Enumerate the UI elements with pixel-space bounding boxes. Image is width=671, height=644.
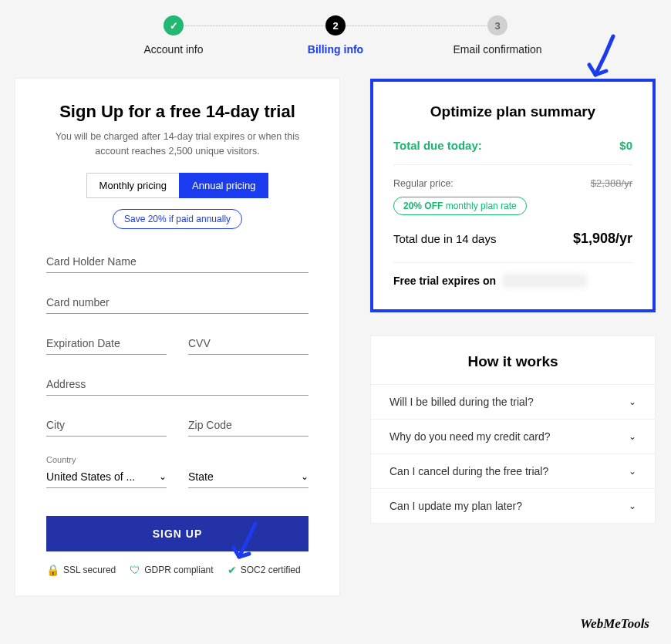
chevron-down-icon: ⌄ — [301, 471, 309, 482]
regular-price-value: $2,388/yr — [591, 177, 632, 189]
chevron-down-icon: ⌄ — [159, 471, 167, 482]
annual-pricing-button[interactable]: Annual pricing — [179, 173, 268, 198]
discount-pill: 20% OFF monthly plan rate — [393, 197, 527, 215]
ssl-label: SSL secured — [63, 565, 116, 575]
expiry-row: Free trial expires on — [393, 274, 632, 288]
chevron-down-icon: ⌄ — [629, 396, 636, 407]
expiry-date-redacted — [502, 274, 587, 288]
country-label: Country — [46, 455, 167, 464]
trust-row: 🔒 SSL secured 🛡 GDPR compliant ✔ SOC2 ce… — [46, 564, 309, 576]
step-label: Account info — [143, 43, 203, 56]
due-label: Total due in 14 days — [393, 232, 496, 245]
faq-item[interactable]: Will I be billed during the trial? ⌄ — [371, 384, 655, 419]
step-billing-info: 2 Billing info — [255, 15, 416, 56]
shield-icon: 🛡 — [130, 564, 140, 576]
signup-button[interactable]: SIGN UP — [46, 516, 309, 551]
cvv-input[interactable] — [188, 332, 309, 355]
step-number-icon: 2 — [325, 15, 346, 35]
chevron-down-icon: ⌄ — [629, 501, 636, 511]
check-shield-icon: ✔ — [228, 564, 237, 576]
step-email-confirmation: 3 Email confirmation — [416, 15, 578, 56]
faq-question: Why do you need my credit card? — [389, 430, 551, 443]
city-input[interactable] — [46, 414, 167, 437]
faq-question: Can I cancel during the free trial? — [389, 465, 548, 477]
faq-item[interactable]: Can I update my plan later? ⌄ — [371, 488, 655, 523]
monthly-pricing-button[interactable]: Monthly pricing — [86, 173, 179, 198]
step-label: Billing info — [308, 43, 363, 56]
checkmark-icon: ✓ — [164, 15, 184, 35]
how-title: How it works — [371, 353, 655, 370]
card-number-input[interactable] — [46, 292, 309, 314]
state-placeholder: State — [188, 470, 214, 483]
gdpr-label: GDPR compliant — [144, 565, 213, 575]
expiration-input[interactable] — [46, 332, 167, 355]
step-label: Email confirmation — [453, 43, 541, 56]
step-number-icon: 3 — [487, 15, 507, 35]
how-it-works-card: How it works Will I be billed during the… — [370, 335, 656, 524]
country-select[interactable]: United States of ... ⌄ — [46, 466, 167, 488]
zip-input[interactable] — [188, 414, 309, 437]
due-value: $1,908/yr — [573, 231, 632, 247]
due-today-value: $0 — [619, 139, 632, 152]
stepper: ✓ Account info 2 Billing info 3 Email co… — [0, 0, 671, 79]
faq-item[interactable]: Can I cancel during the free trial? ⌄ — [371, 453, 655, 488]
expiry-label: Free trial expires on — [393, 275, 496, 287]
address-input[interactable] — [46, 373, 309, 396]
faq-item[interactable]: Why do you need my credit card? ⌄ — [371, 419, 655, 453]
step-account-info: ✓ Account info — [93, 15, 255, 56]
plan-summary-card: Optimize plan summary Total due today: $… — [370, 79, 656, 312]
regular-price-label: Regular price: — [393, 178, 454, 189]
divider — [393, 164, 632, 165]
country-value: United States of ... — [46, 470, 135, 483]
pricing-toggle: Monthly pricing Annual pricing — [46, 173, 309, 198]
lock-icon: 🔒 — [46, 564, 59, 576]
chevron-down-icon: ⌄ — [629, 431, 636, 442]
chevron-down-icon: ⌄ — [629, 466, 636, 477]
card-holder-input[interactable] — [46, 251, 309, 273]
divider — [393, 262, 632, 263]
faq-question: Can I update my plan later? — [389, 500, 522, 512]
save-pill: Save 20% if paid annually — [113, 209, 242, 229]
faq-question: Will I be billed during the trial? — [389, 396, 534, 408]
card-title: Sign Up for a free 14-day trial — [46, 102, 309, 122]
soc2-label: SOC2 certified — [241, 565, 301, 575]
watermark: WebMeTools — [580, 616, 649, 632]
summary-title: Optimize plan summary — [393, 103, 632, 120]
card-subtext: You will be charged after 14-day trial e… — [46, 130, 309, 159]
due-today-label: Total due today: — [393, 139, 482, 152]
signup-card: Sign Up for a free 14-day trial You will… — [15, 79, 339, 595]
state-select[interactable]: State ⌄ — [188, 466, 309, 488]
